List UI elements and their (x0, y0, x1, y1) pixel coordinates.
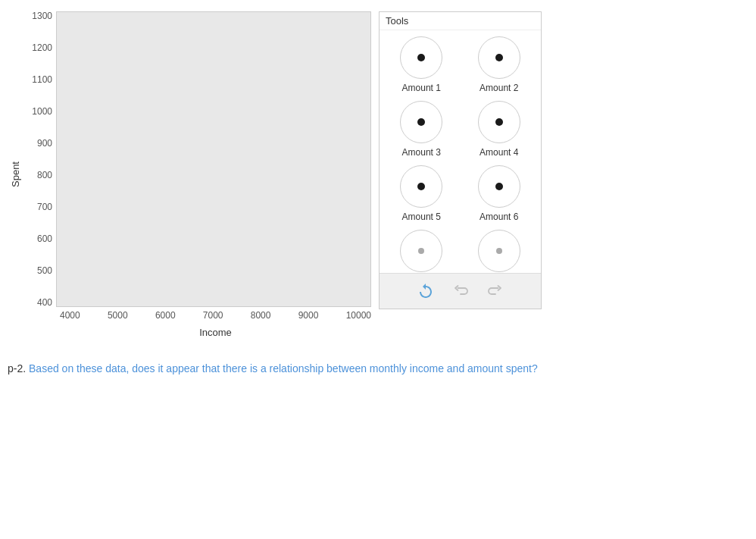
tool-label: Amount 2 (480, 83, 518, 93)
tool-label: Amount 1 (402, 83, 441, 93)
tool-circle[interactable] (400, 230, 442, 272)
tool-circle[interactable] (400, 165, 442, 208)
x-axis-label: Income (60, 327, 371, 338)
tool-circle[interactable] (400, 101, 442, 143)
x-tick-label: 4000 (60, 310, 80, 321)
tools-content[interactable]: Amount 1Amount 2Amount 3Amount 4Amount 5… (380, 30, 541, 273)
x-axis-ticks: 40005000600070008000900010000 (60, 307, 371, 321)
chart-wrapper: Spent 1300120011001000900800700600500400… (8, 11, 371, 338)
tool-circle-dot (418, 248, 424, 254)
bottom-prefix: p-2. (8, 362, 26, 374)
y-tick-label: 900 (37, 139, 52, 148)
tools-title: Tools (386, 15, 535, 27)
x-tick-label: 8000 (251, 310, 271, 321)
chart-plot-row: 1300120011001000900800700600500400 (24, 11, 371, 307)
y-tick-label: 500 (37, 266, 52, 275)
tool-item[interactable]: Amount 7 (386, 230, 458, 273)
tool-circle-dot (495, 54, 503, 61)
tool-label: Amount 6 (480, 212, 518, 222)
y-axis-label: Spent (8, 11, 23, 338)
tool-item[interactable]: Amount 1 (386, 36, 458, 93)
y-axis-ticks: 1300120011001000900800700600500400 (24, 11, 56, 307)
y-tick-label: 600 (37, 234, 52, 243)
y-tick-label: 1000 (32, 107, 52, 116)
tool-circle[interactable] (400, 36, 442, 79)
y-tick-label: 400 (37, 298, 52, 307)
redo-button[interactable] (484, 280, 507, 302)
x-tick-label: 10000 (346, 310, 371, 321)
x-tick-label: 7000 (203, 310, 223, 321)
tools-panel: Tools Amount 1Amount 2Amount 3Amount 4Am… (379, 11, 542, 309)
tools-grid: Amount 1Amount 2Amount 3Amount 4Amount 5… (386, 36, 535, 273)
y-tick-label: 1200 (32, 43, 52, 52)
plot-area (56, 11, 371, 307)
tool-circle[interactable] (478, 101, 520, 143)
y-tick-label: 700 (37, 202, 52, 212)
main-container: Spent 1300120011001000900800700600500400… (0, 0, 756, 346)
bottom-text: p-2. Based on these data, does it appear… (0, 346, 756, 384)
tool-item[interactable]: Amount 5 (386, 165, 458, 222)
tool-label: Amount 3 (402, 147, 441, 158)
tool-item[interactable]: Amount 4 (464, 101, 536, 158)
tool-item[interactable]: Amount 2 (464, 36, 536, 93)
tool-circle-dot (495, 118, 503, 126)
tool-circle[interactable] (478, 230, 520, 272)
tool-item[interactable]: Amount 8 (464, 230, 536, 273)
x-ticks-row: 40005000600070008000900010000 (60, 307, 371, 321)
tool-circle-dot (495, 183, 503, 190)
y-tick-label: 1300 (32, 11, 52, 20)
tool-circle[interactable] (478, 165, 520, 208)
tool-circle-dot (496, 248, 502, 254)
x-tick-label: 9000 (298, 310, 319, 321)
tool-item[interactable]: Amount 3 (386, 101, 458, 158)
tool-item[interactable]: Amount 6 (464, 165, 536, 222)
tools-toolbar (380, 273, 541, 309)
y-tick-label: 800 (37, 171, 52, 180)
undo-button[interactable] (449, 280, 472, 302)
tools-header: Tools (380, 12, 541, 30)
chart-area: Spent 1300120011001000900800700600500400… (8, 11, 371, 338)
chart-with-axes: 1300120011001000900800700600500400 40005… (24, 11, 371, 338)
tool-circle-dot (417, 54, 425, 61)
x-tick-label: 6000 (155, 310, 176, 321)
tool-circle-dot (417, 118, 425, 126)
tool-label: Amount 5 (402, 212, 441, 222)
tool-circle-dot (417, 183, 425, 190)
refresh-button[interactable] (414, 280, 437, 302)
x-tick-label: 5000 (108, 310, 128, 321)
tool-label: Amount 4 (480, 147, 518, 158)
y-tick-label: 1100 (32, 75, 52, 84)
tool-circle[interactable] (478, 36, 520, 79)
bottom-question: Based on these data, does it appear that… (26, 362, 538, 374)
